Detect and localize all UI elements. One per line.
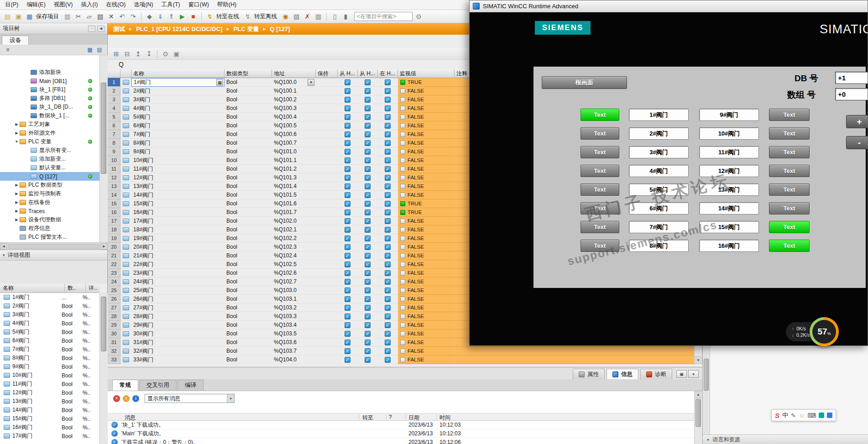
go-offline-icon[interactable]: ↯ (243, 12, 252, 21)
data-type-cell[interactable]: Bool (225, 147, 272, 156)
hmi-button[interactable]: Text (769, 127, 810, 140)
split-editor-horizontal-icon[interactable]: ▮ (341, 12, 350, 21)
hmi-button[interactable]: 7#阀门 (629, 221, 689, 233)
hmi-visible-checkbox[interactable]: ✓ (385, 305, 391, 311)
hmi-visible-checkbox[interactable]: ✓ (385, 123, 391, 129)
hmi-visible-checkbox[interactable]: ✓ (385, 183, 391, 189)
copy-icon[interactable]: ▱ (84, 12, 94, 21)
scrollbar-track[interactable] (8, 244, 99, 249)
row-number[interactable]: 3 (108, 95, 120, 104)
address-cell[interactable]: %Q100.5 (272, 121, 316, 130)
address-cell[interactable]: %Q103.7 (272, 347, 316, 355)
address-cell[interactable]: %Q101.3 (272, 173, 316, 182)
hmi-writable-checkbox[interactable]: ✓ (365, 97, 371, 103)
column-header-name[interactable]: 名称 (0, 284, 65, 293)
retain-cell[interactable] (316, 104, 338, 113)
retain-cell[interactable] (316, 182, 338, 191)
retain-cell[interactable] (316, 312, 338, 321)
task-card-scrollbar[interactable] (703, 346, 710, 434)
hmi-writable-checkbox[interactable]: ✓ (365, 79, 371, 85)
hmi-button[interactable]: Text (580, 240, 619, 252)
hmi-button[interactable]: Text (769, 165, 810, 177)
row-number[interactable]: 15 (108, 199, 120, 208)
split-editor-vertical-icon[interactable]: ▯ (330, 12, 340, 21)
message-row[interactable]: ✓'Main' 下载成功。2023/6/1310:12:03 (108, 429, 694, 438)
address-cell[interactable]: %Q103.0 (272, 286, 316, 295)
collapse-panel-button[interactable]: ▾ (688, 370, 699, 378)
row-number[interactable]: 22 (108, 260, 120, 269)
hmi-accessible-checkbox[interactable]: ✓ (345, 175, 350, 181)
hmi-accessible-checkbox[interactable]: ✓ (345, 279, 350, 285)
hmi-button[interactable]: Text (580, 221, 619, 233)
tree-item[interactable]: PLC 报警文本... (0, 233, 99, 241)
tree-item[interactable]: 块_1 [FB1] (0, 85, 99, 94)
hmi-writable-checkbox[interactable]: ✓ (365, 331, 371, 337)
hmi-visible-checkbox[interactable]: ✓ (385, 322, 391, 328)
address-cell[interactable]: %Q101.2 (272, 165, 316, 173)
tree-item[interactable]: ▶PLC 数据类型 (0, 181, 99, 189)
detail-row[interactable]: 14#阀门Bool%.. (0, 406, 99, 414)
row-number[interactable]: 6 (108, 121, 120, 130)
hmi-visible-checkbox[interactable]: ✓ (385, 340, 391, 345)
row-number[interactable]: 5 (108, 113, 120, 121)
inspector-subtab[interactable]: 常规 (112, 380, 138, 391)
data-type-cell[interactable]: Bool (225, 286, 272, 295)
tag-name-cell[interactable]: 31#阀门 (131, 338, 225, 347)
tag-name-cell[interactable]: 17#阀门 (131, 217, 225, 225)
languages-resources-section[interactable]: ▸ 语言和资源 (703, 434, 868, 444)
menu-item[interactable]: 插入(I) (77, 0, 102, 10)
tag-name-cell[interactable]: 26#阀门 (131, 295, 225, 303)
tag-name-cell[interactable]: 32#阀门 (131, 347, 225, 355)
data-type-cell[interactable]: Bool (225, 139, 272, 147)
breadcrumb-item[interactable]: 测试 (113, 25, 125, 33)
hmi-writable-checkbox[interactable]: ✓ (365, 340, 371, 345)
tag-name-cell[interactable]: 16#阀门 (131, 208, 225, 217)
detail-row[interactable]: 2#阀门Bool%.. (0, 302, 99, 310)
retain-cell[interactable] (316, 199, 338, 208)
data-type-cell[interactable]: Bool (225, 277, 272, 286)
ime-logo-icon[interactable]: S (775, 412, 779, 419)
row-number[interactable]: 24 (108, 277, 120, 286)
import-icon[interactable]: ↧ (144, 49, 154, 58)
data-type-cell[interactable]: Bool (225, 225, 272, 234)
hmi-visible-checkbox[interactable]: ✓ (385, 79, 391, 85)
data-type-cell[interactable]: Bool (225, 303, 272, 312)
hmi-button[interactable]: Text (769, 183, 810, 196)
retain-cell[interactable] (316, 121, 338, 130)
retain-cell[interactable] (316, 355, 338, 364)
name-column-header[interactable]: 名称 (131, 69, 225, 78)
row-number[interactable]: 1 (108, 78, 120, 87)
inspector-subtab[interactable]: 编译 (178, 380, 204, 391)
hmi-accessible-checkbox[interactable]: ✓ (345, 123, 350, 129)
hmi-writable-checkbox[interactable]: ✓ (365, 166, 371, 172)
retain-cell[interactable] (316, 217, 338, 225)
print-icon[interactable]: ▥ (63, 12, 72, 21)
row-number[interactable]: 14 (108, 191, 120, 199)
data-type-cell[interactable]: Bool (225, 191, 272, 199)
data-type-cell[interactable]: Bool (225, 243, 272, 251)
pin-panel-button[interactable]: ▫ (88, 26, 95, 32)
tag-name-cell[interactable]: 24#阀门 (131, 277, 225, 286)
hmi-visible-checkbox[interactable]: ✓ (385, 244, 391, 250)
hmi-accessible-checkbox[interactable]: ✓ (345, 253, 350, 259)
hmi-button[interactable]: 16#阀门 (699, 240, 759, 252)
hmi-accessible-checkbox[interactable]: ✓ (345, 305, 350, 311)
hmi-button[interactable]: 11#阀门 (699, 146, 759, 158)
scroll-up-icon[interactable]: ▲ (695, 391, 702, 398)
hmi-button[interactable]: Text (580, 127, 619, 140)
address-cell[interactable]: %Q103.3 (272, 312, 316, 321)
tree-item[interactable]: 程序信息 (0, 224, 99, 233)
hmi-writable-checkbox[interactable]: ✓ (365, 192, 371, 198)
project-search-input[interactable]: <在项目中搜索> (354, 12, 413, 21)
detail-view-header[interactable]: ▾ 详细视图 (0, 250, 107, 261)
hmi-visible-checkbox[interactable]: ✓ (385, 114, 391, 120)
menu-item[interactable]: 编辑(E) (22, 0, 50, 10)
tree-horizontal-scrollbar[interactable]: ◀ ▶ (0, 242, 108, 250)
hmi-writable-checkbox[interactable]: ✓ (365, 131, 371, 137)
tag-row[interactable]: 3232#阀门Bool%Q103.7✓✓✓FALSE (108, 347, 694, 355)
hmi-visible-checkbox[interactable]: ✓ (385, 270, 391, 276)
menu-item[interactable]: 帮助(H) (213, 0, 241, 10)
address-cell[interactable]: %Q100.6 (272, 130, 316, 139)
row-number[interactable]: 26 (108, 295, 120, 303)
column-header-detail[interactable]: 详.. (86, 284, 99, 293)
